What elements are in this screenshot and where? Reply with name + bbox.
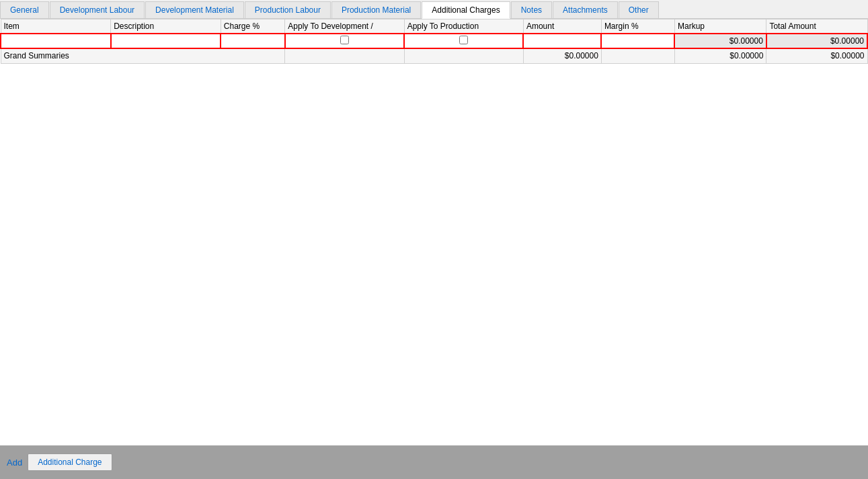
row-markup-cell: $0.00000 — [674, 34, 766, 48]
col-header-item: Item — [1, 19, 111, 34]
row-description-input[interactable] — [114, 36, 218, 46]
tab-prod-material[interactable]: Production Material — [331, 1, 421, 18]
row-item-cell[interactable] — [1, 34, 111, 48]
col-header-description: Description — [111, 19, 221, 34]
col-header-markup: Markup — [674, 19, 766, 34]
tab-bar: General Development Labour Development M… — [0, 0, 868, 19]
additional-charges-table: Item Description Charge % Apply To Devel… — [0, 19, 868, 64]
row-apply-prod-checkbox[interactable] — [459, 36, 468, 44]
grand-summaries-markup: $0.00000 — [674, 48, 766, 63]
col-header-margin: Margin % — [601, 19, 674, 34]
row-item-input[interactable] — [4, 36, 108, 46]
row-description-cell[interactable] — [111, 34, 221, 48]
main-content: Item Description Charge % Apply To Devel… — [0, 19, 868, 445]
tab-other[interactable]: Other — [619, 1, 659, 18]
footer: Add Additional Charge — [0, 445, 868, 479]
row-charge-pct-input[interactable] — [224, 36, 281, 46]
grand-summaries-spacer2 — [404, 48, 523, 63]
tab-dev-material[interactable]: Development Material — [145, 1, 244, 18]
tab-general[interactable]: General — [0, 1, 49, 18]
grand-summaries-label: Grand Summaries — [1, 48, 285, 63]
row-margin-cell[interactable] — [601, 34, 674, 48]
table-header-row: Item Description Charge % Apply To Devel… — [1, 19, 867, 34]
tab-prod-labour[interactable]: Production Labour — [245, 1, 331, 18]
row-apply-dev-cell[interactable] — [285, 34, 404, 48]
tab-additional-charges[interactable]: Additional Charges — [422, 1, 510, 19]
col-header-apply-dev: Apply To Development / — [285, 19, 404, 34]
grand-summaries-spacer1 — [285, 48, 404, 63]
tab-notes[interactable]: Notes — [511, 1, 552, 18]
tab-dev-labour[interactable]: Development Labour — [50, 1, 145, 18]
add-label[interactable]: Add — [7, 458, 22, 468]
tab-attachments[interactable]: Attachments — [553, 1, 618, 18]
row-amount-cell[interactable] — [523, 34, 601, 48]
add-additional-charge-button[interactable]: Additional Charge — [28, 453, 112, 471]
grand-summaries-amount: $0.00000 — [523, 48, 601, 63]
grand-summaries-row: Grand Summaries $0.00000 $0.00000 $0.000… — [1, 48, 867, 63]
row-charge-pct-cell[interactable] — [221, 34, 284, 48]
grand-summaries-total: $0.00000 — [766, 48, 867, 63]
col-header-apply-prod: Apply To Production — [404, 19, 523, 34]
row-amount-input[interactable] — [526, 36, 598, 46]
row-apply-prod-cell[interactable] — [404, 34, 523, 48]
col-header-charge-pct: Charge % — [221, 19, 284, 34]
row-margin-input[interactable] — [604, 36, 671, 46]
row-apply-dev-checkbox[interactable] — [340, 36, 349, 44]
col-header-total: Total Amount — [766, 19, 867, 34]
table-row: $0.00000 $0.00000 — [1, 34, 867, 48]
col-header-amount: Amount — [523, 19, 601, 34]
table-area: Item Description Charge % Apply To Devel… — [0, 19, 868, 445]
row-total-cell: $0.00000 — [766, 34, 867, 48]
grand-summaries-margin — [601, 48, 674, 63]
